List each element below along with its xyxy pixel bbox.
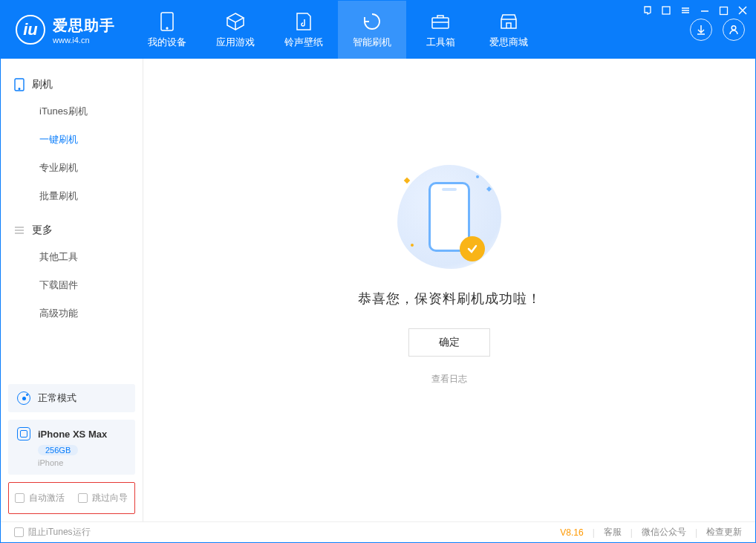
tab-tools[interactable]: 工具箱 <box>406 1 475 59</box>
svg-rect-4 <box>662 7 670 14</box>
device-name: iPhone XS Max <box>38 429 107 440</box>
success-illustration <box>397 165 501 269</box>
mode-label: 正常模式 <box>38 391 76 405</box>
app-url: www.i4.cn <box>53 36 115 45</box>
svg-point-1 <box>166 27 168 28</box>
view-log-link[interactable]: 查看日志 <box>431 373 467 386</box>
checkbox-block-itunes[interactable]: 阻止iTunes运行 <box>14 526 91 539</box>
sidebar-item-batch-flash[interactable]: 批量刷机 <box>1 182 143 210</box>
feedback-icon[interactable] <box>642 5 652 16</box>
user-button[interactable] <box>723 19 745 41</box>
minimize-button[interactable] <box>700 5 710 16</box>
window-controls <box>642 5 748 16</box>
sidebar-item-other-tools[interactable]: 其他工具 <box>1 243 143 271</box>
svg-rect-2 <box>432 18 449 28</box>
skin-icon[interactable] <box>661 5 671 16</box>
footer: 阻止iTunes运行 V8.16 | 客服 | 微信公众号 | 检查更新 <box>1 521 755 542</box>
music-file-icon <box>293 11 314 32</box>
footer-link-update[interactable]: 检查更新 <box>706 526 742 539</box>
footer-link-support[interactable]: 客服 <box>604 526 622 539</box>
device-icon <box>14 78 25 91</box>
list-icon <box>14 225 25 235</box>
success-check-icon <box>460 236 485 261</box>
logo-area[interactable]: iu 爱思助手 www.i4.cn <box>1 1 133 59</box>
nav-tabs: 我的设备 应用游戏 铃声壁纸 智能刷机 工具箱 爱思商城 <box>133 1 543 59</box>
footer-link-wechat[interactable]: 微信公众号 <box>642 526 686 539</box>
category-label: 刷机 <box>32 78 53 91</box>
tab-store[interactable]: 爱思商城 <box>475 1 543 59</box>
mode-card[interactable]: 正常模式 <box>8 384 135 412</box>
ok-button[interactable]: 确定 <box>408 328 490 357</box>
svg-rect-5 <box>720 7 728 14</box>
checkbox-auto-activate[interactable]: 自动激活 <box>15 492 65 504</box>
menu-icon[interactable] <box>680 5 691 16</box>
tab-ringtone[interactable]: 铃声壁纸 <box>270 1 338 59</box>
sidebar-item-pro-flash[interactable]: 专业刷机 <box>1 154 143 182</box>
download-button[interactable] <box>690 19 712 41</box>
device-capacity: 256GB <box>38 445 78 455</box>
checkbox-skip-guide[interactable]: 跳过向导 <box>78 492 128 504</box>
checkbox-icon <box>15 493 25 503</box>
options-highlight-box: 自动激活 跳过向导 <box>8 482 135 514</box>
app-title: 爱思助手 <box>53 16 115 36</box>
category-flash[interactable]: 刷机 <box>1 72 143 97</box>
tab-apps[interactable]: 应用游戏 <box>201 1 270 59</box>
main-content: 恭喜您，保资料刷机成功啦！ 确定 查看日志 <box>143 59 755 521</box>
app-logo-icon: iu <box>16 15 45 45</box>
category-label: 更多 <box>32 224 53 237</box>
tab-flash[interactable]: 智能刷机 <box>338 1 406 59</box>
sidebar-item-itunes-flash[interactable]: iTunes刷机 <box>1 97 143 126</box>
device-phone-icon <box>17 427 30 440</box>
close-button[interactable] <box>737 5 748 16</box>
device-type: iPhone <box>38 458 126 467</box>
header: iu 爱思助手 www.i4.cn 我的设备 应用游戏 铃声壁纸 智能刷机 工具… <box>1 1 755 59</box>
sidebar-item-oneclick-flash[interactable]: 一键刷机 <box>1 126 143 154</box>
device-card[interactable]: iPhone XS Max 256GB iPhone <box>8 420 135 475</box>
version-label: V8.16 <box>560 527 583 538</box>
category-more[interactable]: 更多 <box>1 218 143 243</box>
phone-icon <box>157 11 177 32</box>
toolbox-icon <box>430 11 451 32</box>
sidebar-item-firmware[interactable]: 下载固件 <box>1 271 143 299</box>
refresh-shield-icon <box>362 11 382 32</box>
mode-icon <box>17 391 30 405</box>
store-icon <box>498 11 519 32</box>
svg-point-7 <box>19 88 20 90</box>
svg-point-3 <box>731 26 736 30</box>
sidebar: 刷机 iTunes刷机 一键刷机 专业刷机 批量刷机 更多 其他工具 下载固件 … <box>1 59 143 521</box>
sidebar-item-advanced[interactable]: 高级功能 <box>1 299 143 328</box>
cube-icon <box>225 11 246 32</box>
tab-device[interactable]: 我的设备 <box>133 1 201 59</box>
checkbox-icon <box>14 527 24 537</box>
maximize-button[interactable] <box>719 6 729 16</box>
success-message: 恭喜您，保资料刷机成功啦！ <box>358 290 541 308</box>
checkbox-icon <box>78 493 88 503</box>
